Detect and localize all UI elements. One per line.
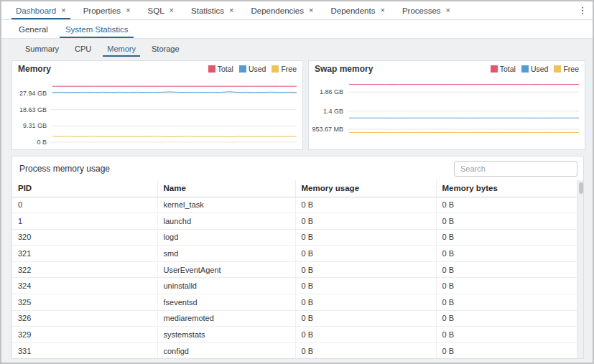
legend-label: Free <box>281 65 297 73</box>
memory-chart-panel: Memory TotalUsedFree 27.94 GB18.63 GB9.3… <box>11 60 303 150</box>
close-icon[interactable]: × <box>380 6 384 14</box>
tab-storage[interactable]: Storage <box>144 40 187 57</box>
kebab-menu-icon[interactable]: ⋮ <box>572 1 593 19</box>
table-row[interactable]: 325fseventsd0 B0 B <box>12 294 577 311</box>
table-cell: 0 B <box>436 197 577 213</box>
column-header-memory-bytes[interactable]: Memory bytes <box>436 180 577 197</box>
tab-memory[interactable]: Memory <box>99 40 144 57</box>
table-cell: kernel_task <box>157 197 295 213</box>
legend-label: Used <box>249 65 266 73</box>
table-cell: 320 <box>12 229 157 246</box>
tab-general[interactable]: General <box>10 20 57 38</box>
swap-memory-chart-panel: Swap memory TotalUsedFree 1.86 GB1.4 GB9… <box>308 60 585 150</box>
table-cell: 0 B <box>436 310 577 327</box>
table-cell: 0 B <box>295 213 436 230</box>
legend-swatch-used <box>521 65 529 73</box>
table-cell: 324 <box>12 278 157 294</box>
system-statistics-tab-bar: SummaryCPUMemoryStorage <box>1 40 593 57</box>
tab-label: Storage <box>152 45 180 53</box>
legend-swatch-free <box>554 65 561 73</box>
tab-properties[interactable]: Properties× <box>75 1 139 19</box>
table-cell: systemstats <box>157 327 295 343</box>
swap-line-chart: 1.86 GB1.4 GB953.67 MB <box>309 75 585 149</box>
legend-swatch-used <box>239 65 246 73</box>
tab-label: Properties <box>83 6 121 15</box>
legend-label: Total <box>500 65 516 73</box>
table-scrollbar-thumb[interactable] <box>579 182 583 194</box>
swap-chart-legend: TotalUsedFree <box>491 65 579 73</box>
legend-swatch-total <box>208 65 215 73</box>
tab-dashboard[interactable]: Dashboard× <box>7 1 75 19</box>
close-icon[interactable]: × <box>170 6 174 14</box>
table-row[interactable]: 321smd0 B0 B <box>12 246 577 262</box>
legend-label: Used <box>531 65 549 73</box>
table-cell: 0 B <box>436 294 577 311</box>
legend-label: Free <box>563 65 579 73</box>
table-row[interactable]: 322UserEventAgent0 B0 B <box>12 261 577 278</box>
tab-label: Dashboard <box>16 6 56 15</box>
table-cell: 0 B <box>295 261 436 278</box>
tab-label: Processes <box>402 6 441 15</box>
table-cell: UserEventAgent <box>157 261 295 278</box>
process-table: PIDNameMemory usageMemory bytes 0kernel_… <box>12 180 577 358</box>
main-tabs-container: Dashboard×Properties×SQL×Statistics×Depe… <box>7 1 572 19</box>
main-tab-bar: Dashboard×Properties×SQL×Statistics×Depe… <box>1 1 593 20</box>
process-table-toolbar: Process memory usage <box>12 157 583 180</box>
tab-system-statistics[interactable]: System Statistics <box>57 20 137 38</box>
close-icon[interactable]: × <box>309 6 313 14</box>
legend-item-total: Total <box>208 65 233 73</box>
table-cell: 1 <box>12 213 157 230</box>
table-row[interactable]: 1launchd0 B0 B <box>12 213 577 230</box>
table-cell: smd <box>157 246 295 262</box>
table-row[interactable]: 331configd0 B0 B <box>12 342 577 358</box>
table-cell: 0 B <box>295 310 436 327</box>
legend-item-free: Free <box>272 65 297 73</box>
table-cell: 321 <box>12 246 157 262</box>
table-cell: 0 B <box>436 246 577 262</box>
table-scrollbar[interactable] <box>577 180 583 358</box>
column-header-pid[interactable]: PID <box>12 180 157 197</box>
tab-statistics[interactable]: Statistics× <box>182 1 242 19</box>
table-row[interactable]: 324uninstalld0 B0 B <box>12 278 577 294</box>
tab-dependents[interactable]: Dependents× <box>322 1 393 19</box>
table-row[interactable]: 0kernel_task0 B0 B <box>12 197 577 213</box>
tab-summary[interactable]: Summary <box>17 40 67 57</box>
tab-sql[interactable]: SQL× <box>139 1 182 19</box>
table-cell: 331 <box>12 342 157 358</box>
legend-item-used: Used <box>521 65 549 73</box>
table-row[interactable]: 326mediaremoted0 B0 B <box>12 310 577 327</box>
legend-item-total: Total <box>491 65 516 73</box>
process-table-zone: PIDNameMemory usageMemory bytes 0kernel_… <box>12 180 583 358</box>
legend-item-free: Free <box>554 65 579 73</box>
tab-cpu[interactable]: CPU <box>67 40 99 57</box>
series-line-used <box>52 92 297 93</box>
search-input[interactable] <box>454 161 577 177</box>
tab-dependencies[interactable]: Dependencies× <box>242 1 322 19</box>
table-cell: 0 B <box>436 261 577 278</box>
close-icon[interactable]: × <box>61 6 65 14</box>
process-table-header-row: PIDNameMemory usageMemory bytes <box>12 180 577 197</box>
close-icon[interactable]: × <box>229 6 233 14</box>
tab-label: System Statistics <box>65 25 129 34</box>
tab-label: Dependents <box>330 6 375 15</box>
swap-chart-title: Swap memory <box>315 64 373 74</box>
table-row[interactable]: 329systemstats0 B0 B <box>12 327 577 343</box>
y-tick-label: 1.86 GB <box>320 88 343 95</box>
table-row[interactable]: 320logd0 B0 B <box>12 229 577 246</box>
table-cell: configd <box>157 342 295 358</box>
column-header-name[interactable]: Name <box>157 180 295 197</box>
close-icon[interactable]: × <box>126 6 130 14</box>
table-cell: 0 B <box>295 278 436 294</box>
tab-label: Statistics <box>191 6 224 15</box>
dashboard-tab-bar: GeneralSystem Statistics <box>1 20 593 39</box>
tab-processes[interactable]: Processes× <box>394 1 459 19</box>
memory-chart-header: Memory TotalUsedFree <box>12 61 302 75</box>
y-tick-label: 18.63 GB <box>19 106 47 113</box>
table-cell: 0 B <box>295 229 436 246</box>
process-table-title: Process memory usage <box>19 164 110 174</box>
table-cell: 0 B <box>295 294 436 311</box>
tab-label: General <box>19 25 48 34</box>
close-icon[interactable]: × <box>446 6 450 14</box>
column-header-memory-usage[interactable]: Memory usage <box>295 180 436 197</box>
legend-label: Total <box>218 65 233 73</box>
